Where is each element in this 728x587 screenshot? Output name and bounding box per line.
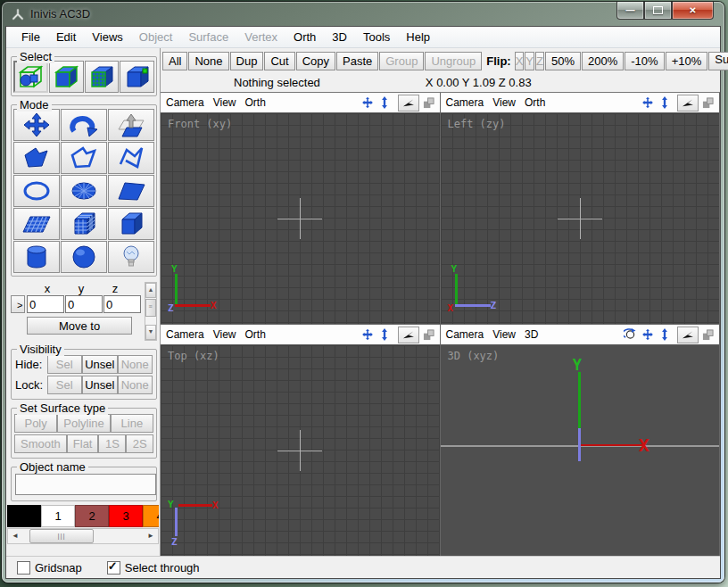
palette-swatch[interactable]: 3 <box>109 505 143 527</box>
maximize-viewport-icon[interactable] <box>421 95 436 110</box>
pan-icon[interactable] <box>640 95 655 110</box>
palette-scrollbar[interactable]: ◄ ||| ► <box>7 528 159 544</box>
copy-button[interactable]: Copy <box>296 52 335 70</box>
title-bar[interactable]: Inivis AC3D — ✕ <box>2 2 724 26</box>
palette-swatch[interactable] <box>7 505 41 527</box>
pick-tool-button[interactable] <box>398 95 419 112</box>
scroll-down-icon[interactable]: ▼ <box>145 325 156 340</box>
zoom-updown-icon[interactable] <box>657 327 672 342</box>
palette-swatch[interactable]: 1 <box>41 505 75 527</box>
y-input[interactable] <box>65 295 103 313</box>
mode-disk-button[interactable] <box>61 175 107 207</box>
hide-unsel-button[interactable]: Unsel <box>82 355 118 374</box>
scroll-left-icon[interactable]: ◄ <box>8 529 22 543</box>
gridsnap-checkbox[interactable] <box>17 561 30 575</box>
menu-orth[interactable]: Orth <box>285 29 324 45</box>
duplicate-button[interactable]: Dup <box>230 52 264 70</box>
palette-swatch[interactable]: 4 <box>143 505 159 527</box>
viewport-3d-canvas[interactable]: 3D (xyz) Y X <box>441 345 720 556</box>
zoom-updown-icon[interactable] <box>377 95 393 110</box>
menu-file[interactable]: File <box>13 29 48 45</box>
vp-3d-menu[interactable]: 3D <box>525 328 538 341</box>
pan-icon[interactable] <box>360 95 376 110</box>
subdivide-button[interactable]: Subdiv + <box>708 52 728 70</box>
vp-camera-menu[interactable]: Camera <box>446 328 484 341</box>
select-vertex-mode-button[interactable] <box>120 61 154 93</box>
orbit-icon[interactable] <box>623 327 638 342</box>
palette-scrollbar-thumb[interactable]: ||| <box>29 529 94 543</box>
maximize-viewport-icon[interactable] <box>700 95 716 110</box>
close-button[interactable]: ✕ <box>672 2 714 20</box>
mode-cylinder-button[interactable] <box>13 241 60 273</box>
scale-200-button[interactable]: 200% <box>582 52 624 70</box>
lock-unsel-button[interactable]: Unsel <box>82 376 118 394</box>
vp-view-menu[interactable]: View <box>492 328 516 341</box>
vp-camera-menu[interactable]: Camera <box>166 96 204 109</box>
mode-move-button[interactable] <box>13 109 60 141</box>
mode-sphere-button[interactable] <box>61 241 107 273</box>
x-input[interactable] <box>27 295 64 313</box>
mode-mesh-button[interactable] <box>13 208 60 240</box>
vp-camera-menu[interactable]: Camera <box>166 328 204 341</box>
scroll-up-icon[interactable]: ▲ <box>145 283 156 298</box>
mode-polygon-button[interactable] <box>13 142 60 174</box>
mode-ellipse-button[interactable] <box>13 175 60 207</box>
select-all-button[interactable]: All <box>162 52 187 70</box>
viewport-top-canvas[interactable]: Top (xz) Y X Z <box>161 345 440 556</box>
vp-view-menu[interactable]: View <box>213 96 236 109</box>
mode-extrude-button[interactable] <box>108 109 154 141</box>
zoom-updown-icon[interactable] <box>377 327 393 342</box>
vp-view-menu[interactable]: View <box>213 328 236 341</box>
maximize-viewport-icon[interactable] <box>700 327 716 342</box>
menu-tools[interactable]: Tools <box>355 29 398 45</box>
scale-50-button[interactable]: 50% <box>545 52 581 70</box>
mode-cube-button[interactable] <box>108 208 154 240</box>
menu-3d[interactable]: 3D <box>324 29 355 45</box>
select-through-checkbox-wrap[interactable]: Select through <box>107 561 200 575</box>
paste-button[interactable]: Paste <box>336 52 378 70</box>
mode-rotate-button[interactable] <box>61 109 107 141</box>
scale-minus10-button[interactable]: -10% <box>625 52 664 70</box>
mode-grid-cube-button[interactable] <box>61 208 107 240</box>
object-name-input[interactable] <box>15 474 156 495</box>
z-input[interactable] <box>103 295 141 313</box>
pan-icon[interactable] <box>640 327 655 342</box>
maximize-viewport-icon[interactable] <box>421 327 436 342</box>
menu-views[interactable]: Views <box>84 29 130 45</box>
pick-tool-button[interactable] <box>677 95 699 112</box>
select-object-mode-button[interactable] <box>49 61 84 93</box>
scale-plus10-button[interactable]: +10% <box>666 52 708 70</box>
select-none-button[interactable]: None <box>188 52 228 70</box>
pick-tool-button[interactable] <box>398 327 419 343</box>
expand-button[interactable]: > <box>11 295 25 313</box>
move-to-button[interactable]: Move to <box>27 317 132 335</box>
menu-help[interactable]: Help <box>398 29 438 45</box>
palette-swatch[interactable]: 2 <box>75 505 109 527</box>
select-group-mode-button[interactable] <box>13 61 48 93</box>
sidebar-vertical-scrollbar[interactable]: ▲ ≡ ▼ <box>145 282 157 341</box>
vp-orth-menu[interactable]: Orth <box>525 96 545 109</box>
maximize-button[interactable] <box>644 2 672 20</box>
scrollbar-thumb[interactable]: ≡ <box>145 299 156 317</box>
viewport-front-canvas[interactable]: Front (xy) Y X Z <box>161 113 440 324</box>
mode-polygon-outline-button[interactable] <box>61 142 107 174</box>
pan-icon[interactable] <box>360 327 376 342</box>
pick-tool-button[interactable] <box>677 327 699 343</box>
minimize-button[interactable]: — <box>616 2 644 20</box>
vp-orth-menu[interactable]: Orth <box>244 96 265 109</box>
vp-view-menu[interactable]: View <box>492 96 516 109</box>
gridsnap-checkbox-wrap[interactable]: Gridsnap <box>17 561 82 575</box>
vp-orth-menu[interactable]: Orth <box>244 328 265 341</box>
scroll-right-icon[interactable]: ► <box>144 529 158 543</box>
mode-light-button[interactable] <box>108 241 154 273</box>
vp-camera-menu[interactable]: Camera <box>446 96 484 109</box>
mode-polyline-button[interactable] <box>108 142 154 174</box>
flat-button: Flat <box>67 434 99 453</box>
menu-edit[interactable]: Edit <box>48 29 84 45</box>
viewport-left-canvas[interactable]: Left (zy) Y Z X <box>441 113 720 324</box>
cut-button[interactable]: Cut <box>264 52 294 70</box>
select-through-checkbox[interactable] <box>107 561 120 575</box>
zoom-updown-icon[interactable] <box>657 95 672 110</box>
mode-quad-button[interactable] <box>108 175 154 207</box>
select-surface-mode-button[interactable] <box>85 61 120 93</box>
